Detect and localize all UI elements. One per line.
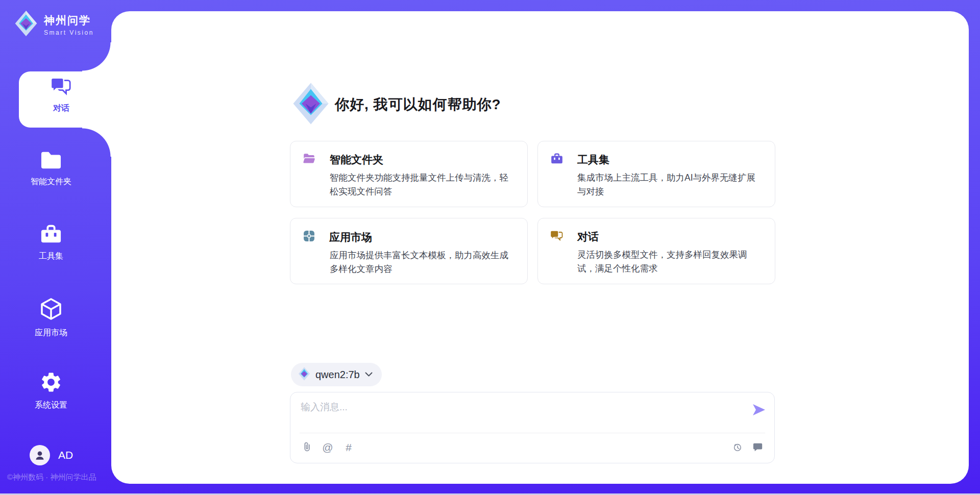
sidebar-item-label: 对话 — [53, 103, 69, 114]
composer-divider — [300, 433, 765, 433]
sidebar-item-app-market[interactable]: 应用市场 — [0, 297, 102, 338]
active-tab-fillet-top — [82, 42, 111, 71]
card-title: 对话 — [577, 230, 599, 244]
card-description: 集成市场上主流工具，助力AI与外界无缝扩展与对接 — [577, 171, 763, 199]
card-smart-folder[interactable]: 智能文件夹 智能文件夹功能支持批量文件上传与清洗，轻松实现文件问答 — [290, 141, 528, 207]
sidebar-item-label: 系统设置 — [35, 400, 67, 411]
model-name: qwen2:7b — [315, 369, 360, 381]
card-chat[interactable]: 对话 灵活切换多模型文件，支持多样回复效果调试，满足个性化需求 — [537, 218, 775, 284]
hash-icon[interactable]: # — [342, 441, 355, 453]
chevron-down-icon — [365, 370, 373, 379]
greeting-diamond-icon — [292, 82, 329, 128]
copyright-note: ©神州数码 · 神州问学出品 — [7, 473, 96, 482]
chat-bubble-icon[interactable] — [752, 441, 764, 453]
model-diamond-icon — [298, 367, 310, 383]
folder-icon — [39, 150, 63, 172]
greeting-title: 你好, 我可以如何帮助你? — [335, 95, 501, 114]
feature-cards: 智能文件夹 智能文件夹功能支持批量文件上传与清洗，轻松实现文件问答 工具集 集成… — [290, 141, 775, 284]
app-subtitle: Smart Vision — [44, 29, 94, 36]
at-icon[interactable]: @ — [322, 441, 334, 453]
card-description: 应用市场提供丰富长文本模板，助力高效生成多样化文章内容 — [330, 249, 515, 276]
toolbox-icon — [39, 224, 63, 247]
user-account[interactable]: AD — [30, 445, 73, 465]
card-app-market[interactable]: 应用市场 应用市场提供丰富长文本模板，助力高效生成多样化文章内容 — [290, 218, 528, 284]
cube-icon — [39, 297, 63, 324]
user-name: AD — [58, 449, 73, 461]
model-selector[interactable]: qwen2:7b — [291, 363, 382, 386]
sidebar-item-chat[interactable]: 对话 — [10, 77, 112, 114]
send-icon[interactable] — [752, 404, 766, 416]
brand-diamond-icon — [14, 10, 38, 39]
sidebar-item-toolset[interactable]: 工具集 — [0, 224, 102, 262]
app-title: 神州问学 — [44, 13, 94, 28]
chat-icon — [550, 230, 564, 244]
toolbox-icon — [550, 153, 564, 167]
sidebar-item-label: 应用市场 — [35, 328, 67, 338]
sidebar-item-label: 智能文件夹 — [31, 177, 71, 187]
gear-icon — [39, 370, 63, 396]
card-title: 智能文件夹 — [330, 153, 383, 167]
app-logo: 神州问学 Smart Vision — [14, 10, 94, 39]
sidebar-item-settings[interactable]: 系统设置 — [0, 370, 102, 411]
card-title: 工具集 — [577, 153, 609, 167]
app-grid-icon — [303, 230, 315, 244]
message-composer: @ # — [290, 392, 775, 463]
message-input[interactable] — [301, 399, 658, 416]
sidebar-item-label: 工具集 — [39, 251, 63, 262]
card-title: 应用市场 — [329, 230, 372, 244]
avatar — [30, 445, 50, 465]
chat-icon — [51, 77, 72, 99]
sidebar-item-smart-folder[interactable]: 智能文件夹 — [0, 150, 102, 187]
history-icon[interactable] — [731, 441, 743, 453]
paperclip-icon[interactable] — [301, 441, 313, 453]
card-description: 智能文件夹功能支持批量文件上传与清洗，轻松实现文件问答 — [330, 171, 515, 199]
card-description: 灵活切换多模型文件，支持多样回复效果调试，满足个性化需求 — [577, 248, 763, 276]
folder-open-icon — [303, 153, 316, 167]
app-window: 神州问学 Smart Vision 对话 智能文件夹 — [0, 0, 980, 495]
card-toolset[interactable]: 工具集 集成市场上主流工具，助力AI与外界无缝扩展与对接 — [537, 141, 775, 207]
